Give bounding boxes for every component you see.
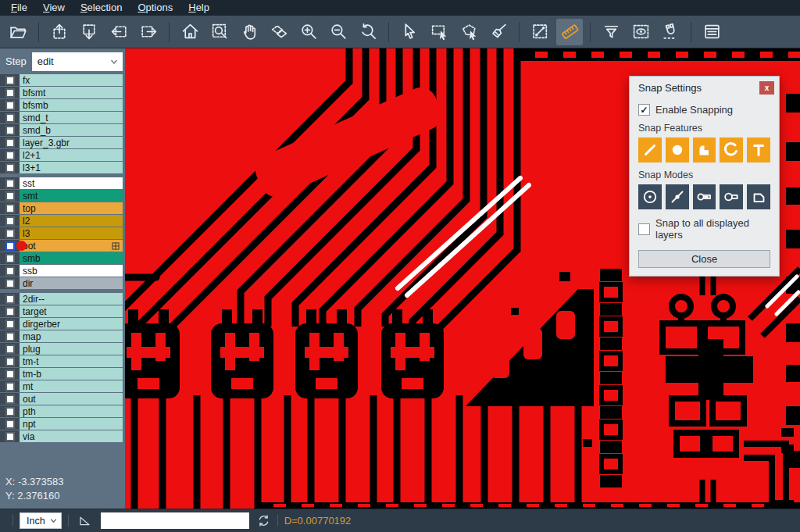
- layer-row-smd_t[interactable]: smd_t: [0, 112, 123, 123]
- snap-pad-button[interactable]: [666, 137, 689, 162]
- close-button[interactable]: Close: [638, 250, 770, 268]
- layer-row-npt[interactable]: npt: [0, 418, 123, 430]
- layer-name[interactable]: dir: [20, 277, 123, 289]
- tool-shift-down-button[interactable]: [76, 19, 102, 45]
- layer-row-smt[interactable]: smt: [0, 190, 123, 202]
- layer-row-map[interactable]: map: [0, 330, 123, 342]
- tool-measure-line-button[interactable]: [527, 19, 553, 45]
- layer-visibility-checkbox[interactable]: [5, 320, 15, 329]
- tool-shift-right-button[interactable]: [135, 19, 162, 45]
- layer-name[interactable]: l2: [20, 215, 123, 227]
- layer-visibility-checkbox[interactable]: [5, 191, 15, 201]
- tool-snap-magnet-button[interactable]: [657, 19, 684, 45]
- tool-ruler-button[interactable]: [556, 19, 583, 45]
- layer-visibility-checkbox[interactable]: [5, 229, 15, 238]
- layer-row-tm-b[interactable]: tm-b: [0, 368, 123, 380]
- layer-name[interactable]: target: [20, 305, 123, 317]
- layer-visibility-checkbox[interactable]: [5, 357, 15, 366]
- tool-home-button[interactable]: [177, 19, 203, 45]
- layer-name[interactable]: l2+1: [20, 149, 123, 161]
- menu-selection[interactable]: Selection: [73, 0, 130, 16]
- layer-row-plug[interactable]: plug: [0, 343, 123, 355]
- layer-name[interactable]: smt: [20, 190, 123, 202]
- layer-row-sst[interactable]: sst: [0, 177, 123, 189]
- tool-filter-button[interactable]: [598, 19, 624, 45]
- layer-row-dir[interactable]: dir: [0, 277, 123, 289]
- tool-select-cursor-button[interactable]: [396, 19, 423, 45]
- layer-name[interactable]: fx: [20, 74, 123, 86]
- layer-name[interactable]: map: [20, 330, 123, 342]
- layer-name[interactable]: smb: [20, 252, 123, 264]
- layer-row-top[interactable]: top: [0, 202, 123, 214]
- layer-visibility-checkbox[interactable]: [5, 151, 15, 160]
- layer-visibility-checkbox[interactable]: [5, 432, 15, 441]
- menu-help[interactable]: Help: [180, 0, 217, 16]
- layer-name[interactable]: top: [20, 202, 123, 214]
- unit-selector[interactable]: Inch: [20, 512, 62, 529]
- layer-row-2dir--[interactable]: 2dir--: [0, 293, 123, 305]
- layer-visibility-checkbox[interactable]: [5, 163, 15, 173]
- layer-name[interactable]: l3: [20, 227, 123, 239]
- layer-visibility-checkbox[interactable]: [5, 88, 15, 98]
- layer-row-ssb[interactable]: ssb: [0, 265, 123, 277]
- layer-visibility-checkbox[interactable]: [5, 76, 15, 85]
- layer-name[interactable]: smd_t: [20, 112, 123, 123]
- layer-visibility-checkbox[interactable]: [5, 216, 15, 226]
- layer-row-l3[interactable]: l3: [0, 227, 123, 239]
- layer-name[interactable]: out: [20, 393, 123, 405]
- snap-midpoint-button[interactable]: [666, 184, 689, 209]
- layer-name[interactable]: smd_b: [20, 124, 123, 136]
- layer-row-bot[interactable]: bot: [0, 240, 123, 252]
- snap-contour-button[interactable]: [747, 184, 770, 209]
- snap-arc-button[interactable]: [720, 137, 743, 162]
- layer-visibility-checkbox[interactable]: [5, 407, 15, 416]
- snap-pad-body-button[interactable]: [720, 184, 743, 209]
- layer-visibility-checkbox[interactable]: [5, 295, 15, 304]
- layer-visibility-checkbox[interactable]: [5, 420, 15, 429]
- layer-name[interactable]: bfsmt: [20, 87, 123, 98]
- enable-snapping-checkbox[interactable]: Enable Snapping: [638, 104, 770, 116]
- layer-visibility-checkbox[interactable]: [5, 241, 15, 251]
- close-icon[interactable]: x: [759, 81, 774, 95]
- layer-visibility-checkbox[interactable]: [5, 307, 15, 316]
- step-selector[interactable]: edit: [32, 52, 123, 71]
- tool-zoom-out-button[interactable]: [325, 19, 352, 45]
- snap-pad-entry-button[interactable]: [693, 184, 716, 209]
- tool-pan-hand-button[interactable]: [236, 19, 262, 45]
- layer-name[interactable]: via: [20, 430, 123, 442]
- dialog-titlebar[interactable]: Snap Settings x: [630, 77, 779, 99]
- tool-select-poly-button[interactable]: [455, 19, 482, 45]
- layer-row-tm-t[interactable]: tm-t: [0, 355, 123, 367]
- layer-name[interactable]: plug: [20, 343, 123, 355]
- layer-visibility-checkbox[interactable]: [5, 101, 15, 110]
- layer-visibility-checkbox[interactable]: [5, 254, 15, 263]
- menu-view[interactable]: View: [35, 0, 73, 16]
- layer-row-l2+1[interactable]: l2+1: [0, 149, 123, 161]
- layer-name[interactable]: pth: [20, 405, 123, 417]
- menu-file[interactable]: File: [3, 0, 35, 16]
- layer-row-fx[interactable]: fx: [0, 74, 123, 86]
- layer-name[interactable]: l3+1: [20, 162, 123, 173]
- layer-name[interactable]: 2dir--: [20, 293, 123, 305]
- layer-row-layer_3.gbr[interactable]: layer_3.gbr: [0, 137, 123, 148]
- layer-visibility-checkbox[interactable]: [5, 266, 15, 276]
- layer-name[interactable]: layer_3.gbr: [20, 137, 123, 148]
- tool-select-rect-button[interactable]: [426, 19, 452, 45]
- layer-row-l3+1[interactable]: l3+1: [0, 162, 123, 173]
- tool-clean-brush-button[interactable]: [485, 19, 512, 45]
- tool-zoom-in-button[interactable]: [295, 19, 322, 45]
- layer-name[interactable]: tm-t: [20, 355, 123, 367]
- layer-row-bfsmb[interactable]: bfsmb: [0, 99, 123, 111]
- layer-row-out[interactable]: out: [0, 393, 123, 405]
- tool-view-options-button[interactable]: [627, 19, 654, 45]
- layer-row-pth[interactable]: pth: [0, 405, 123, 417]
- layer-name[interactable]: npt: [20, 418, 123, 430]
- layer-visibility-checkbox[interactable]: [5, 370, 15, 379]
- layer-visibility-checkbox[interactable]: [5, 345, 15, 354]
- snap-all-layers-checkbox[interactable]: Snap to all displayed layers: [638, 217, 770, 241]
- layer-name[interactable]: sst: [20, 177, 123, 189]
- snap-surface-button[interactable]: [693, 137, 716, 162]
- layer-name[interactable]: dirgerber: [20, 318, 123, 330]
- layer-visibility-checkbox[interactable]: [5, 279, 15, 288]
- layer-name[interactable]: tm-b: [20, 368, 123, 380]
